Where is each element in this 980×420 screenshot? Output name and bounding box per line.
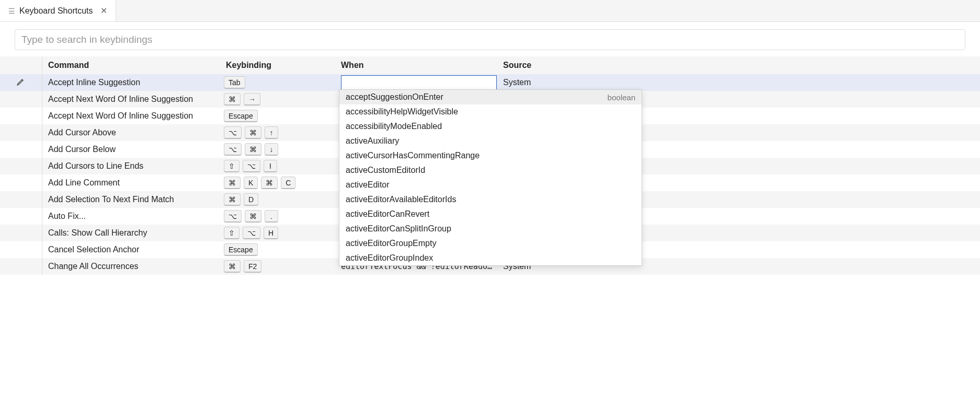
- keycap: K: [244, 177, 258, 189]
- keycap: ⌘: [224, 177, 241, 189]
- suggestion-item[interactable]: acceptSuggestionOnEnterboolean: [339, 90, 642, 104]
- keycap: Escape: [224, 110, 258, 122]
- suggestion-item[interactable]: activeEditorCanRevert: [339, 207, 642, 221]
- when-cell: [335, 75, 497, 90]
- pencil-icon[interactable]: [16, 77, 26, 88]
- keybinding-cell: ⌥⌘↓: [220, 143, 335, 156]
- suggestion-label: activeEditorCanRevert: [346, 209, 429, 219]
- command-cell: Add Cursor Below: [42, 145, 220, 154]
- command-cell: Add Cursor Above: [42, 128, 220, 137]
- keycap: F2: [244, 260, 261, 273]
- keycap: Escape: [224, 243, 258, 256]
- keycap: I: [264, 160, 277, 172]
- command-cell: Calls: Show Call Hierarchy: [42, 228, 220, 238]
- suggestion-label: accessibilityModeEnabled: [346, 122, 442, 131]
- command-cell: Change All Occurrences: [42, 262, 220, 271]
- tab-keyboard-shortcuts[interactable]: ☰ Keyboard Shortcuts ✕: [0, 0, 116, 21]
- keycap: ⌥: [224, 126, 242, 139]
- suggestion-item[interactable]: activeEditorGroupIndex: [339, 251, 642, 265]
- suggestion-label: activeEditorGroupEmpty: [346, 239, 436, 248]
- column-keybinding[interactable]: Keybinding: [220, 61, 335, 70]
- suggestion-label: activeEditorAvailableEditorIds: [346, 195, 456, 204]
- command-cell: Accept Next Word Of Inline Suggestion: [42, 95, 220, 104]
- search-wrap: [0, 22, 980, 56]
- suggestion-item[interactable]: accessibilityModeEnabled: [339, 119, 642, 134]
- close-icon[interactable]: ✕: [100, 6, 107, 16]
- tab-bar: ☰ Keyboard Shortcuts ✕: [0, 0, 980, 22]
- keycap: ⌥: [243, 227, 260, 239]
- keycap: ⇧: [224, 160, 240, 172]
- keybinding-cell: ⇧⌥I: [220, 160, 335, 172]
- keycap: ⇧: [224, 227, 240, 239]
- keybinding-cell: ⌥⌘.: [220, 210, 335, 223]
- keybinding-cell: Escape: [220, 243, 335, 256]
- keycap: ⌘: [224, 93, 241, 106]
- suggestion-item[interactable]: activeCursorHasCommentingRange: [339, 148, 642, 163]
- suggestion-item[interactable]: activeEditor: [339, 178, 642, 192]
- column-source[interactable]: Source: [497, 61, 980, 70]
- keycap: ↑: [265, 126, 278, 139]
- keycap: ↓: [265, 143, 278, 156]
- keycap: ⌘: [245, 126, 261, 139]
- search-input[interactable]: [15, 29, 965, 50]
- keycap: →: [244, 93, 260, 106]
- command-cell: Add Selection To Next Find Match: [42, 195, 220, 204]
- column-when[interactable]: When: [335, 61, 497, 70]
- keycap: C: [281, 177, 295, 189]
- command-cell: Accept Inline Suggestion: [42, 78, 220, 87]
- keycap: ⌥: [224, 210, 242, 223]
- keycap: ⌘: [245, 210, 261, 223]
- suggestion-item[interactable]: accessibilityHelpWidgetVisible: [339, 104, 642, 119]
- table-header: Command Keybinding When Source: [0, 56, 980, 74]
- suggestion-item[interactable]: activeEditorGroupEmpty: [339, 236, 642, 251]
- source-cell: System: [497, 78, 980, 87]
- keycap: Tab: [224, 76, 245, 89]
- suggestion-item[interactable]: activeEditorCanSplitInGroup: [339, 221, 642, 236]
- suggestion-label: activeAuxiliary: [346, 136, 399, 146]
- suggestion-label: activeEditor: [346, 180, 390, 190]
- suggestion-type: boolean: [608, 93, 635, 102]
- keybinding-cell: Escape: [220, 110, 335, 122]
- keybinding-cell: ⇧⌥H: [220, 227, 335, 239]
- edit-cell: [0, 77, 42, 88]
- suggestion-label: accessibilityHelpWidgetVisible: [346, 107, 458, 116]
- keybinding-cell: Tab: [220, 76, 335, 89]
- tab-title: Keyboard Shortcuts: [19, 6, 93, 16]
- suggestion-item[interactable]: activeCustomEditorId: [339, 163, 642, 178]
- keycap: ⌘: [224, 260, 241, 273]
- keybinding-cell: ⌘F2: [220, 260, 335, 273]
- table-row[interactable]: Accept Inline SuggestionTabSystem: [0, 74, 980, 91]
- keycap: ⌘: [224, 193, 241, 206]
- when-suggestions-popup: acceptSuggestionOnEnterbooleanaccessibil…: [339, 89, 642, 266]
- column-command[interactable]: Command: [42, 61, 220, 70]
- command-cell: Accept Next Word Of Inline Suggestion: [42, 111, 220, 121]
- suggestion-label: activeCustomEditorId: [346, 166, 425, 175]
- suggestion-label: activeCursorHasCommentingRange: [346, 151, 480, 160]
- keycap: ⌘: [261, 177, 278, 189]
- keybinding-cell: ⌘K⌘C: [220, 177, 335, 189]
- list-icon: ☰: [8, 7, 15, 15]
- keybinding-cell: ⌥⌘↑: [220, 126, 335, 139]
- suggestion-label: activeEditorCanSplitInGroup: [346, 224, 451, 234]
- keycap: H: [264, 227, 278, 239]
- when-input[interactable]: [341, 75, 497, 90]
- keycap: D: [244, 193, 258, 206]
- keybindings-table: Command Keybinding When Source Accept In…: [0, 56, 980, 275]
- suggestion-label: activeEditorGroupIndex: [346, 253, 433, 263]
- keybinding-cell: ⌘→: [220, 93, 335, 106]
- column-separator: [42, 56, 42, 275]
- suggestion-label: acceptSuggestionOnEnter: [346, 92, 443, 102]
- command-cell: Add Cursors to Line Ends: [42, 161, 220, 171]
- keycap: ⌥: [224, 143, 242, 156]
- suggestion-item[interactable]: activeEditorAvailableEditorIds: [339, 192, 642, 207]
- keycap: .: [265, 210, 278, 223]
- suggestion-item[interactable]: activeAuxiliary: [339, 134, 642, 148]
- command-cell: Add Line Comment: [42, 178, 220, 188]
- command-cell: Auto Fix...: [42, 212, 220, 221]
- keycap: ⌘: [245, 143, 261, 156]
- keybinding-cell: ⌘D: [220, 193, 335, 206]
- keycap: ⌥: [243, 160, 260, 172]
- command-cell: Cancel Selection Anchor: [42, 245, 220, 254]
